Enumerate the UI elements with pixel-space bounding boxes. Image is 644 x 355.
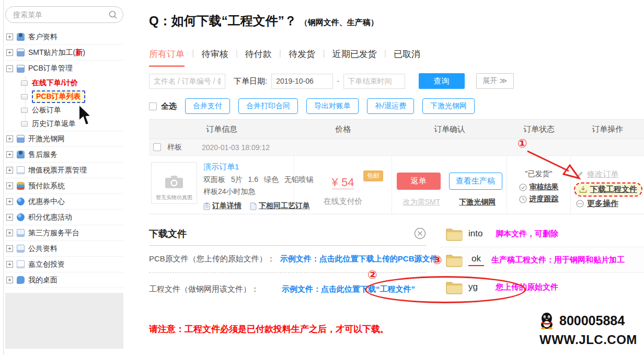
download-panel-title: 下载文件 bbox=[149, 227, 187, 240]
sidebar-item-label: 客户资料 bbox=[28, 32, 58, 42]
sidebar-item-label: 公板订单 bbox=[32, 106, 61, 115]
order-table-header: 订单信息 价格 订单确认 订单状态 订单操作 bbox=[149, 119, 644, 139]
sidebar-item-online-order[interactable]: 在线下单/计价 bbox=[5, 76, 123, 90]
coupon-icon bbox=[17, 198, 25, 205]
sidebar-footer-area bbox=[5, 293, 123, 349]
price-link[interactable]: ¥ 54 bbox=[332, 176, 354, 189]
desktop-icon bbox=[17, 276, 25, 284]
merge-print-contract-button[interactable]: 合并打印合同 bbox=[238, 98, 298, 114]
expand-plus-icon[interactable] bbox=[6, 198, 13, 205]
tab-pending-payment[interactable]: 待付款 bbox=[228, 48, 271, 65]
sidebar-item-aftersales[interactable]: 售后服务 bbox=[5, 147, 123, 163]
tab-all-orders[interactable]: 所有订单 bbox=[149, 48, 185, 67]
pcb-source-file-row: PCB原文件（您上传的原始文件）： 示例文件：点击此位置下载上传的PCB源文件 bbox=[149, 254, 426, 264]
confirm-buttons: 返单 查看生产稿 bbox=[392, 173, 507, 190]
progress-tracking-row[interactable]: 进度跟踪 bbox=[507, 194, 570, 204]
sidebar-item-jlc-invest[interactable]: 嘉立创投资 bbox=[5, 257, 123, 272]
reorder-button[interactable]: 返单 bbox=[397, 173, 441, 190]
folder-row-into[interactable]: into 脚本文件，可删除 bbox=[439, 222, 644, 246]
ellipsis-circle-icon bbox=[576, 200, 584, 208]
expand-filters-button[interactable]: 展开 ≫ bbox=[476, 73, 514, 89]
laser-stencil-link[interactable]: 下激光钢网 bbox=[459, 198, 496, 207]
date-from-input[interactable] bbox=[271, 74, 333, 89]
free-shipping-badge: 包邮 bbox=[363, 170, 383, 181]
date-to-input[interactable] bbox=[343, 74, 405, 89]
download-engineering-file-link[interactable]: 下载工程文件 bbox=[574, 182, 642, 197]
sidebar-item-prepay[interactable]: 预付款系统 bbox=[5, 178, 123, 194]
sidebar-item-thirdparty-platform[interactable]: 第三方服务平台 bbox=[5, 225, 123, 241]
sidebar-item-public-board-order[interactable]: 公板订单 bbox=[5, 104, 123, 117]
view-production-draft-button[interactable]: 查看生产稿 bbox=[449, 173, 502, 190]
sidebar-item-coupon-center[interactable]: 优惠券中心 bbox=[5, 194, 123, 210]
sidebar-item-pcb-order-list[interactable]: PCB订单列表 bbox=[5, 90, 123, 104]
expand-plus-icon[interactable] bbox=[6, 49, 13, 56]
tab-recently-shipped[interactable]: 近期已发货 bbox=[315, 48, 376, 65]
sidebar-item-label: 积分优惠活动 bbox=[28, 213, 72, 222]
sidebar-item-vat-invoice[interactable]: 增值税票开票管理 bbox=[5, 163, 123, 178]
col-order-info: 订单信息 bbox=[149, 124, 294, 134]
sidebar-item-history-reorder[interactable]: 历史订单返单 bbox=[5, 117, 123, 131]
new-badge: 新 bbox=[75, 48, 83, 56]
sidebar-item-label: 在线下单/计价 bbox=[32, 78, 78, 88]
sidebar-item-label: 优惠券中心 bbox=[28, 197, 65, 207]
expand-plus-icon[interactable] bbox=[6, 151, 13, 158]
pcb-order-help-screen: 客户资料 SMT贴片加工(新) PCB订单管理 在线下单/计价 PCB订单 bbox=[0, 0, 644, 355]
sidebar-item-my-desktop[interactable]: 我的桌面 bbox=[5, 272, 123, 288]
query-button[interactable]: 查询 bbox=[419, 73, 465, 89]
refund-freight-button[interactable]: 补/退运费 bbox=[367, 98, 414, 114]
tab-pending-shipment[interactable]: 待发货 bbox=[272, 48, 315, 65]
expand-plus-icon[interactable] bbox=[6, 182, 13, 189]
col-order-status: 订单状态 bbox=[507, 124, 571, 134]
more-actions-row[interactable]: 更多操作 bbox=[576, 199, 644, 209]
invest-icon bbox=[17, 260, 25, 268]
sidebar-item-label: 开激光钢网 bbox=[28, 134, 65, 144]
audit-result-row[interactable]: 审核结果 bbox=[507, 182, 570, 192]
download-pcb-source-link[interactable]: 示例文件：点击此位置下载上传的PCB源文件 bbox=[280, 254, 438, 264]
tab-pending-audit[interactable]: 待审核 bbox=[185, 48, 228, 65]
keyword-input[interactable] bbox=[149, 74, 225, 89]
customer-icon bbox=[17, 33, 25, 41]
folder-icon bbox=[445, 253, 463, 267]
sidebar-item-public-resources[interactable]: 公共资料 bbox=[5, 241, 123, 257]
sidebar-item-customer-info[interactable]: 客户资料 bbox=[5, 29, 123, 45]
bulk-actions-row: 全选 合并支付 合并打印合同 导出对账单 补/退运费 下激光钢网 bbox=[149, 98, 475, 114]
folder-description: 生产稿工程文件：用于钢网和贴片加工 bbox=[491, 255, 625, 265]
price-cell: ¥ 54 包邮 在线支付价 bbox=[294, 156, 392, 214]
menu-search-box[interactable] bbox=[5, 6, 123, 23]
sidebar-item-label: 嘉立创投资 bbox=[28, 260, 65, 269]
expand-plus-icon[interactable] bbox=[6, 33, 13, 40]
qq-number: 800005884 bbox=[559, 313, 625, 328]
tab-cancelled[interactable]: 已取消 bbox=[377, 48, 420, 65]
order-checkbox[interactable] bbox=[153, 143, 161, 151]
folder-row-ok[interactable]: ok 生产稿工程文件：用于钢网和贴片加工 bbox=[439, 247, 644, 273]
change-to-smt-link[interactable]: 改为需SMT bbox=[403, 198, 441, 207]
col-order-confirm: 订单确认 bbox=[392, 124, 507, 134]
expand-plus-icon[interactable] bbox=[6, 277, 13, 283]
modify-order-row[interactable]: 修改订单 bbox=[576, 169, 644, 179]
order-tabs: 所有订单 待审核 待付款 待发货 近期已发货 已取消 bbox=[149, 48, 420, 67]
expand-plus-icon[interactable] bbox=[6, 135, 13, 142]
close-panel-button[interactable] bbox=[414, 227, 426, 239]
order-laser-stencil-button[interactable]: 下激光钢网 bbox=[422, 98, 475, 114]
merge-pay-button[interactable]: 合并支付 bbox=[185, 98, 230, 114]
page-title-note: （钢网文件、生产稿） bbox=[300, 18, 378, 27]
sidebar-item-laser-stencil[interactable]: 开激光钢网 bbox=[5, 131, 123, 147]
sidebar-item-pcb-order-mgmt[interactable]: PCB订单管理 bbox=[5, 61, 123, 76]
expand-plus-icon[interactable] bbox=[6, 230, 13, 236]
order-detail-link-wrap[interactable]: 订单详情 bbox=[203, 201, 242, 211]
folder-name: into bbox=[468, 228, 496, 239]
expand-plus-icon[interactable] bbox=[6, 214, 13, 221]
select-all-checkbox[interactable] bbox=[149, 102, 157, 110]
page-title: Q：如何下载“工程文件”？（钢网文件、生产稿） bbox=[149, 13, 378, 29]
contact-block: 800005884 WWW.JLC.COM bbox=[539, 312, 644, 347]
collapse-minus-icon[interactable] bbox=[6, 65, 13, 72]
sidebar-item-points-activity[interactable]: 积分优惠活动 bbox=[5, 210, 123, 225]
points-icon bbox=[17, 213, 25, 221]
expand-plus-icon[interactable] bbox=[6, 167, 13, 174]
sidebar-item-smt[interactable]: SMT贴片加工(新) bbox=[5, 45, 123, 61]
expand-plus-icon[interactable] bbox=[6, 261, 13, 268]
price-note: 在线支付价 bbox=[294, 197, 392, 207]
expand-plus-icon[interactable] bbox=[6, 245, 13, 252]
menu-search-input[interactable] bbox=[13, 10, 108, 19]
export-statement-button[interactable]: 导出对账单 bbox=[306, 98, 359, 114]
